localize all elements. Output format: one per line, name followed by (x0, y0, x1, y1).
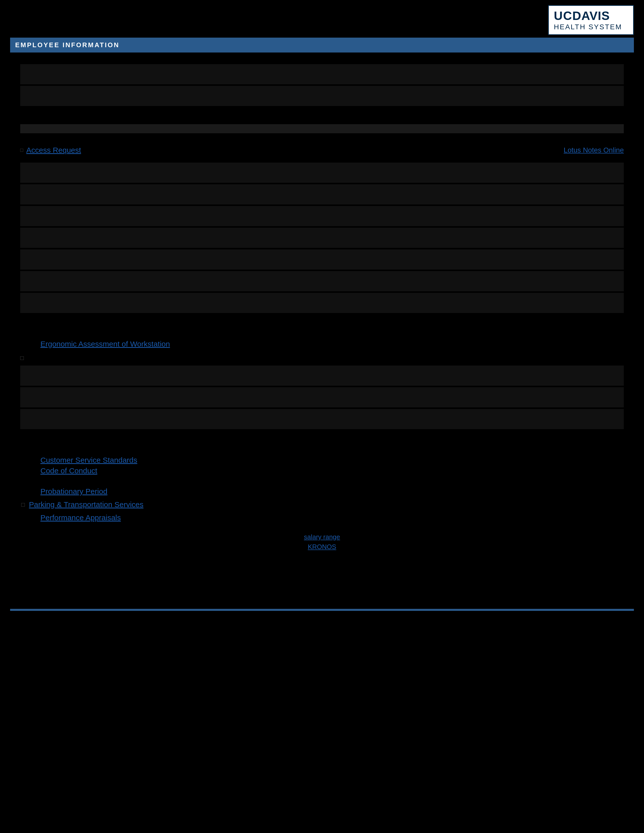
parking-row: □ Parking & Transportation Services (20, 499, 624, 510)
content-block-13 (20, 365, 624, 386)
header-title: EMPLOYEE INFORMATION (15, 41, 119, 49)
content-block-4 (20, 124, 624, 133)
page: UC DAVIS HEALTH SYSTEM EMPLOYEE INFORMAT… (0, 0, 644, 833)
content-block-3 (20, 108, 624, 123)
customer-service-link[interactable]: Customer Service Standards (40, 456, 624, 465)
content-block-16 (20, 431, 624, 446)
lotus-notes-link[interactable]: Lotus Notes Online (564, 146, 624, 154)
performance-link[interactable]: Performance Appraisals (40, 513, 624, 522)
content-block-10 (20, 271, 624, 291)
code-of-conduct-link[interactable]: Code of Conduct (40, 466, 624, 475)
content-block-7 (20, 206, 624, 226)
ergonomic-section: Ergonomic Assessment of Workstation (20, 336, 624, 352)
logo-davis: DAVIS (572, 9, 610, 23)
content-block-15 (20, 409, 624, 429)
checkbox-icon-3: □ (21, 501, 25, 508)
parking-link[interactable]: Parking & Transportation Services (29, 500, 144, 509)
checkbox-icon-2: □ (20, 354, 24, 362)
logo-uc: UC (554, 10, 572, 22)
content-block-2 (20, 86, 624, 106)
kronos-link[interactable]: KRONOS (20, 543, 624, 551)
content-block-11 (20, 293, 624, 313)
checkbox-icon-1: □ (20, 147, 23, 153)
logo-health: HEALTH SYSTEM (554, 23, 628, 31)
content-block-9 (20, 249, 624, 270)
probationary-section: Probationary Period (20, 484, 624, 499)
footer-bar (10, 609, 634, 611)
content-block-8 (20, 228, 624, 248)
content-block-12 (20, 315, 624, 330)
content-block-5 (20, 162, 624, 183)
salary-section: salary range KRONOS (20, 531, 624, 553)
performance-section: Performance Appraisals (20, 510, 624, 526)
content-block-1 (20, 64, 624, 84)
ergonomic-link[interactable]: Ergonomic Assessment of Workstation (40, 340, 624, 348)
logo-area: UC DAVIS HEALTH SYSTEM (0, 0, 644, 38)
content-block-14 (20, 387, 624, 407)
access-request-link[interactable]: Access Request (26, 146, 81, 154)
header-bar: EMPLOYEE INFORMATION (10, 38, 634, 53)
customer-service-section: Customer Service Standards Code of Condu… (20, 452, 624, 479)
main-content: □ Access Request Lotus Notes Online Ergo… (0, 53, 644, 599)
access-request-row: □ Access Request Lotus Notes Online (20, 145, 624, 156)
content-block-6 (20, 184, 624, 204)
logo-box: UC DAVIS HEALTH SYSTEM (548, 5, 634, 35)
salary-range-link[interactable]: salary range (20, 533, 624, 541)
probationary-link[interactable]: Probationary Period (40, 487, 624, 496)
checkbox-row-2: □ (20, 352, 624, 364)
